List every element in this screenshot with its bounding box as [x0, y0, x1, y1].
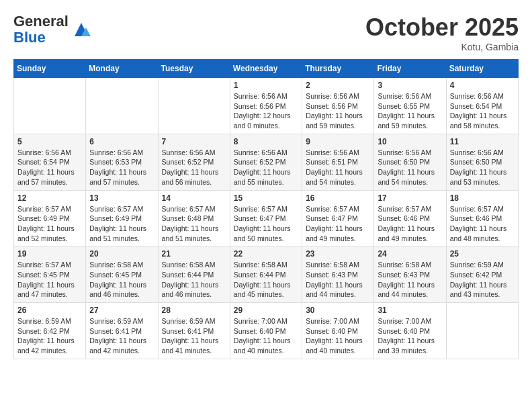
day-info: Sunrise: 6:59 AM Sunset: 6:41 PM Dayligh…: [162, 316, 226, 356]
day-info: Sunrise: 6:57 AM Sunset: 6:46 PM Dayligh…: [450, 204, 515, 244]
day-number: 5: [17, 137, 82, 146]
calendar-cell: 22Sunrise: 6:58 AM Sunset: 6:44 PM Dayli…: [230, 246, 302, 303]
day-number: 26: [17, 306, 82, 315]
calendar-cell: 13Sunrise: 6:57 AM Sunset: 6:49 PM Dayli…: [86, 190, 158, 246]
calendar-cell: [14, 78, 86, 134]
day-number: 17: [378, 193, 442, 203]
calendar-week-row: 5Sunrise: 6:56 AM Sunset: 6:54 PM Daylig…: [14, 134, 519, 190]
page-header: General Blue October 2025 Kotu, Gambia: [13, 13, 519, 52]
calendar-week-row: 1Sunrise: 6:56 AM Sunset: 6:56 PM Daylig…: [14, 78, 519, 134]
day-number: 11: [450, 137, 515, 146]
calendar-cell: 8Sunrise: 6:56 AM Sunset: 6:52 PM Daylig…: [230, 134, 302, 190]
day-info: Sunrise: 6:56 AM Sunset: 6:52 PM Dayligh…: [162, 148, 226, 187]
calendar-cell: 18Sunrise: 6:57 AM Sunset: 6:46 PM Dayli…: [446, 190, 518, 246]
calendar-cell: 11Sunrise: 6:56 AM Sunset: 6:50 PM Dayli…: [446, 134, 518, 190]
calendar-cell: 7Sunrise: 6:56 AM Sunset: 6:52 PM Daylig…: [158, 134, 230, 190]
day-number: 16: [306, 193, 370, 203]
day-number: 4: [450, 81, 515, 90]
day-number: 27: [89, 306, 154, 315]
day-number: 18: [450, 193, 515, 203]
day-number: 2: [306, 81, 370, 90]
day-number: 24: [378, 249, 442, 259]
calendar-week-row: 12Sunrise: 6:57 AM Sunset: 6:49 PM Dayli…: [14, 190, 519, 246]
day-number: 8: [234, 137, 298, 146]
weekday-header: Thursday: [302, 60, 374, 78]
day-number: 15: [234, 193, 298, 203]
calendar-table: SundayMondayTuesdayWednesdayThursdayFrid…: [13, 59, 519, 359]
calendar-cell: [158, 78, 230, 134]
day-info: Sunrise: 7:00 AM Sunset: 6:40 PM Dayligh…: [234, 316, 298, 356]
calendar-cell: 14Sunrise: 6:57 AM Sunset: 6:48 PM Dayli…: [158, 190, 230, 246]
logo-blue: Blue: [13, 29, 46, 46]
calendar-cell: 30Sunrise: 7:00 AM Sunset: 6:40 PM Dayli…: [302, 303, 374, 359]
calendar-cell: 12Sunrise: 6:57 AM Sunset: 6:49 PM Dayli…: [14, 190, 86, 246]
day-number: 25: [450, 249, 515, 259]
day-info: Sunrise: 6:59 AM Sunset: 6:41 PM Dayligh…: [89, 316, 154, 356]
day-info: Sunrise: 6:56 AM Sunset: 6:54 PM Dayligh…: [450, 91, 515, 131]
day-number: 23: [306, 249, 370, 259]
day-number: 19: [17, 249, 82, 259]
day-info: Sunrise: 6:56 AM Sunset: 6:50 PM Dayligh…: [450, 148, 515, 187]
calendar-cell: 1Sunrise: 6:56 AM Sunset: 6:56 PM Daylig…: [230, 78, 302, 134]
day-number: 13: [89, 193, 154, 203]
day-number: 21: [162, 249, 226, 259]
calendar-cell: 4Sunrise: 6:56 AM Sunset: 6:54 PM Daylig…: [446, 78, 518, 134]
day-info: Sunrise: 6:58 AM Sunset: 6:43 PM Dayligh…: [306, 260, 370, 300]
day-number: 3: [378, 81, 442, 90]
day-info: Sunrise: 6:57 AM Sunset: 6:47 PM Dayligh…: [306, 204, 370, 244]
calendar-cell: 2Sunrise: 6:56 AM Sunset: 6:56 PM Daylig…: [302, 78, 374, 134]
calendar-cell: 20Sunrise: 6:58 AM Sunset: 6:45 PM Dayli…: [86, 246, 158, 303]
day-info: Sunrise: 6:57 AM Sunset: 6:48 PM Dayligh…: [162, 204, 226, 244]
day-number: 12: [17, 193, 82, 203]
day-number: 6: [89, 137, 154, 146]
day-info: Sunrise: 6:59 AM Sunset: 6:42 PM Dayligh…: [17, 316, 82, 356]
day-info: Sunrise: 6:58 AM Sunset: 6:43 PM Dayligh…: [378, 260, 442, 300]
calendar-cell: [446, 303, 518, 359]
calendar-cell: 21Sunrise: 6:58 AM Sunset: 6:44 PM Dayli…: [158, 246, 230, 303]
calendar-cell: 23Sunrise: 6:58 AM Sunset: 6:43 PM Dayli…: [302, 246, 374, 303]
calendar-cell: 10Sunrise: 6:56 AM Sunset: 6:50 PM Dayli…: [374, 134, 446, 190]
calendar-week-row: 19Sunrise: 6:57 AM Sunset: 6:45 PM Dayli…: [14, 246, 519, 303]
day-number: 22: [234, 249, 298, 259]
calendar-cell: 9Sunrise: 6:56 AM Sunset: 6:51 PM Daylig…: [302, 134, 374, 190]
weekday-header: Sunday: [14, 60, 86, 78]
calendar-cell: 28Sunrise: 6:59 AM Sunset: 6:41 PM Dayli…: [158, 303, 230, 359]
weekday-header: Friday: [374, 60, 446, 78]
day-info: Sunrise: 6:58 AM Sunset: 6:44 PM Dayligh…: [234, 260, 298, 300]
day-info: Sunrise: 6:56 AM Sunset: 6:52 PM Dayligh…: [234, 148, 298, 187]
calendar-cell: [86, 78, 158, 134]
month-title: October 2025: [365, 13, 519, 42]
day-info: Sunrise: 7:00 AM Sunset: 6:40 PM Dayligh…: [378, 316, 442, 356]
day-info: Sunrise: 6:58 AM Sunset: 6:44 PM Dayligh…: [162, 260, 226, 300]
day-info: Sunrise: 6:56 AM Sunset: 6:50 PM Dayligh…: [378, 148, 442, 187]
day-number: 10: [378, 137, 442, 146]
day-number: 14: [162, 193, 226, 203]
calendar-cell: 24Sunrise: 6:58 AM Sunset: 6:43 PM Dayli…: [374, 246, 446, 303]
day-number: 31: [378, 306, 442, 315]
day-info: Sunrise: 6:56 AM Sunset: 6:54 PM Dayligh…: [17, 148, 82, 187]
day-info: Sunrise: 6:56 AM Sunset: 6:53 PM Dayligh…: [89, 148, 154, 187]
logo-icon: [71, 19, 91, 40]
day-info: Sunrise: 6:56 AM Sunset: 6:51 PM Dayligh…: [306, 148, 370, 187]
day-info: Sunrise: 6:56 AM Sunset: 6:56 PM Dayligh…: [306, 91, 370, 131]
weekday-header: Saturday: [446, 60, 518, 78]
day-number: 20: [89, 249, 154, 259]
day-info: Sunrise: 6:58 AM Sunset: 6:45 PM Dayligh…: [89, 260, 154, 300]
day-info: Sunrise: 6:59 AM Sunset: 6:42 PM Dayligh…: [450, 260, 515, 300]
calendar-cell: 31Sunrise: 7:00 AM Sunset: 6:40 PM Dayli…: [374, 303, 446, 359]
day-number: 7: [162, 137, 226, 146]
day-number: 30: [306, 306, 370, 315]
day-number: 9: [306, 137, 370, 146]
day-number: 28: [162, 306, 226, 315]
calendar-cell: 3Sunrise: 6:56 AM Sunset: 6:55 PM Daylig…: [374, 78, 446, 134]
day-info: Sunrise: 6:57 AM Sunset: 6:45 PM Dayligh…: [17, 260, 82, 300]
calendar-cell: 29Sunrise: 7:00 AM Sunset: 6:40 PM Dayli…: [230, 303, 302, 359]
calendar-cell: 17Sunrise: 6:57 AM Sunset: 6:46 PM Dayli…: [374, 190, 446, 246]
calendar-cell: 16Sunrise: 6:57 AM Sunset: 6:47 PM Dayli…: [302, 190, 374, 246]
day-info: Sunrise: 6:57 AM Sunset: 6:49 PM Dayligh…: [89, 204, 154, 244]
calendar-cell: 25Sunrise: 6:59 AM Sunset: 6:42 PM Dayli…: [446, 246, 518, 303]
calendar-cell: 5Sunrise: 6:56 AM Sunset: 6:54 PM Daylig…: [14, 134, 86, 190]
weekday-header: Monday: [86, 60, 158, 78]
calendar-cell: 26Sunrise: 6:59 AM Sunset: 6:42 PM Dayli…: [14, 303, 86, 359]
day-info: Sunrise: 6:57 AM Sunset: 6:46 PM Dayligh…: [378, 204, 442, 244]
